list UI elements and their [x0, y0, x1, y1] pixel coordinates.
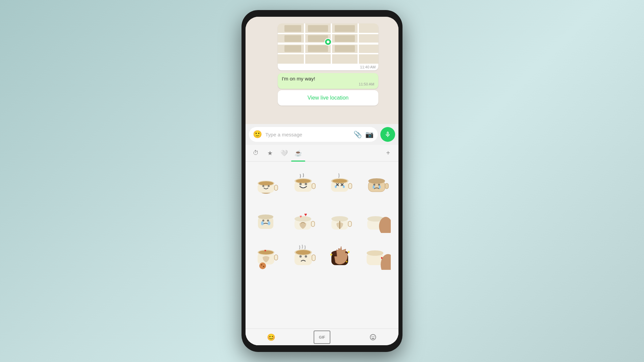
- svg-point-60: [331, 216, 348, 222]
- svg-point-71: [261, 264, 262, 265]
- svg-point-53: [268, 221, 270, 225]
- emoji-nav-button[interactable]: 😊: [263, 330, 279, 344]
- svg-point-23: [268, 185, 270, 187]
- scene: 11:40 AM I'm on my way! 11:50 AM View li…: [0, 0, 644, 362]
- sticker-coffee-dizzy[interactable]: [323, 165, 358, 200]
- svg-text:♥: ♥: [300, 214, 302, 219]
- svg-point-77: [300, 255, 302, 258]
- message-text: I'm on my way!: [282, 76, 374, 81]
- svg-text:♥: ♥: [304, 212, 307, 217]
- svg-rect-13: [284, 45, 301, 52]
- sticker-nav-button[interactable]: [365, 330, 381, 344]
- heart-tab[interactable]: 🤍: [277, 146, 291, 160]
- svg-rect-24: [274, 185, 278, 190]
- svg-point-49: [258, 215, 273, 219]
- sticker-coffee-heartbreak[interactable]: [323, 202, 358, 237]
- map-preview: [278, 23, 378, 64]
- svg-point-51: [267, 220, 269, 222]
- svg-rect-30: [312, 183, 315, 189]
- sticker-tabs: ⏱ ★ 🤍 ☕ +: [246, 145, 398, 162]
- favorites-tab[interactable]: ★: [263, 146, 277, 160]
- svg-point-50: [262, 220, 264, 222]
- svg-point-42: [368, 178, 385, 184]
- sticker-coffee-cry[interactable]: [360, 165, 395, 200]
- svg-rect-12: [335, 35, 355, 42]
- sticker-coffee-happy[interactable]: [249, 165, 284, 200]
- svg-point-78: [305, 255, 307, 258]
- svg-rect-14: [308, 45, 328, 52]
- svg-rect-15: [335, 45, 355, 52]
- message-bubble: I'm on my way! 11:50 AM: [278, 73, 378, 89]
- message-input[interactable]: Type a message: [265, 132, 350, 137]
- view-location-bubble[interactable]: View live location: [278, 90, 378, 106]
- sticker-grid: ♥ ♥: [246, 162, 398, 278]
- svg-point-46: [379, 185, 381, 189]
- svg-rect-79: [312, 255, 315, 261]
- svg-text:♥: ♥: [264, 249, 266, 252]
- svg-point-33: [332, 179, 347, 183]
- svg-rect-9: [335, 25, 355, 32]
- svg-rect-8: [308, 25, 328, 32]
- gif-nav-button[interactable]: GIF: [314, 330, 330, 344]
- svg-text:★: ★: [330, 253, 333, 256]
- svg-point-52: [261, 221, 264, 225]
- svg-text:★: ★: [347, 250, 350, 254]
- svg-point-39: [343, 185, 345, 188]
- sticker-coffee-laugh[interactable]: [286, 165, 321, 200]
- sticker-coffee-cookie[interactable]: ♥: [249, 239, 284, 274]
- svg-point-45: [373, 185, 375, 189]
- recent-tab[interactable]: ⏱: [249, 146, 263, 160]
- svg-point-72: [263, 266, 264, 267]
- camera-icon[interactable]: 📷: [365, 130, 374, 138]
- emoji-icon[interactable]: 🙂: [253, 130, 262, 139]
- input-bar: 🙂 Type a message 📎 📷: [246, 124, 398, 145]
- input-field[interactable]: 🙂 Type a message 📎 📷: [249, 127, 378, 142]
- chat-area: 11:40 AM I'm on my way! 11:50 AM View li…: [246, 17, 398, 124]
- svg-rect-73: [274, 255, 278, 260]
- sticker-coffee-cry2[interactable]: [249, 202, 284, 237]
- svg-point-17: [327, 41, 329, 43]
- sticker-coffee-hidden2[interactable]: ♥: [360, 239, 395, 274]
- attach-icon[interactable]: 📎: [354, 130, 362, 138]
- coffee-tab[interactable]: ☕: [291, 146, 305, 160]
- svg-rect-58: [311, 221, 315, 227]
- svg-rect-10: [284, 35, 301, 42]
- svg-rect-62: [348, 221, 352, 227]
- svg-point-70: [259, 262, 266, 269]
- svg-point-28: [300, 183, 302, 185]
- add-sticker-tab[interactable]: +: [381, 146, 395, 160]
- phone: 11:40 AM I'm on my way! 11:50 AM View li…: [241, 10, 402, 352]
- message-time: 11:50 AM: [282, 82, 374, 86]
- map-bubble: 11:40 AM: [278, 23, 378, 70]
- svg-rect-7: [284, 25, 301, 32]
- map-timestamp: 11:40 AM: [278, 64, 378, 70]
- svg-point-76: [296, 250, 311, 255]
- bottom-nav: 😊 GIF: [246, 328, 398, 345]
- sticker-coffee-hidden[interactable]: [360, 202, 395, 237]
- svg-point-21: [259, 181, 273, 185]
- svg-point-22: [262, 185, 264, 187]
- sticker-panel: ⏱ ★ 🤍 ☕ +: [246, 145, 398, 345]
- svg-rect-40: [348, 183, 352, 189]
- svg-rect-47: [385, 183, 388, 189]
- sticker-coffee-love[interactable]: ♥ ♥: [286, 202, 321, 237]
- svg-point-38: [335, 185, 337, 188]
- view-location-link[interactable]: View live location: [308, 95, 348, 101]
- svg-point-27: [296, 179, 311, 183]
- phone-screen: 11:40 AM I'm on my way! 11:50 AM View li…: [246, 17, 398, 345]
- mic-button[interactable]: [380, 127, 395, 142]
- sticker-coffee-sad3[interactable]: [286, 239, 321, 274]
- svg-point-55: [294, 216, 311, 222]
- sticker-coffee-stop[interactable]: ★ ★ ★: [323, 239, 358, 274]
- svg-point-29: [305, 183, 307, 185]
